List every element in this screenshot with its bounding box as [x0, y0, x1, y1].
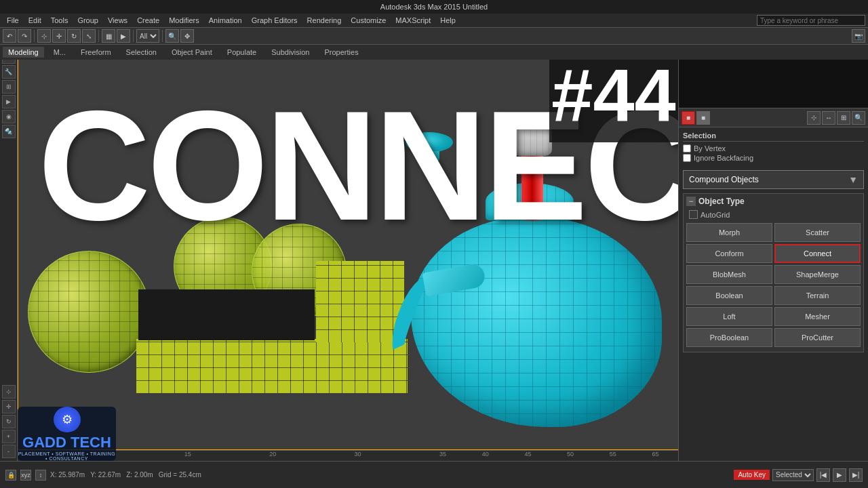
render-icon[interactable]: ▶: [117, 29, 130, 43]
tab-object-paint[interactable]: Object Paint: [166, 47, 218, 58]
btn-mesher[interactable]: Mesher: [774, 307, 861, 326]
ls-display[interactable]: ◉: [2, 110, 16, 123]
pan-icon[interactable]: ✥: [180, 29, 194, 43]
ignore-label: Ignore Backfacing: [694, 154, 753, 162]
select-icon[interactable]: ⊹: [37, 29, 51, 43]
main-toolbar: ↶ ↷ ⊹ ✛ ↻ ⤡ ▦ ▶ All 🔍 ✥ 📷: [0, 27, 868, 45]
menu-file[interactable]: File: [3, 16, 23, 25]
grid-size: Grid = 25.4cm: [159, 471, 201, 479]
dropdown-arrow-icon: ▼: [848, 174, 858, 185]
selected-dropdown[interactable]: Selected: [772, 469, 814, 481]
tab-freeform[interactable]: Freeform: [75, 47, 117, 58]
tab-m[interactable]: M...: [48, 47, 71, 58]
menu-customize[interactable]: Customize: [347, 16, 390, 25]
viewport-select[interactable]: All: [136, 29, 159, 43]
render-frame-icon[interactable]: 📷: [852, 29, 865, 43]
title-bar: Autodesk 3ds Max 2015 Untitled: [0, 0, 868, 14]
tab-subdivision[interactable]: Subdivision: [266, 47, 315, 58]
tab-selection[interactable]: Selection: [121, 47, 162, 58]
menu-tools[interactable]: Tools: [47, 16, 73, 25]
menu-graph-editors[interactable]: Graph Editors: [248, 16, 302, 25]
menu-animation[interactable]: Animation: [205, 16, 246, 25]
btn-conform[interactable]: Conform: [686, 244, 772, 263]
rp-icon5[interactable]: ⊞: [837, 111, 850, 125]
autogrid-row: AutoGrid: [686, 210, 861, 219]
button-grid: Morph Scatter Conform Connect BlobMesh S…: [686, 223, 861, 347]
left-sidebar: + 🔧 ⊞ ▶ ◉ 🔩 ⊹ ✛ ↻ + -: [0, 47, 18, 461]
right-panel: Preview ■ ■ ⊹ ↔ ⊞ 🔍 Selection By Vertex …: [678, 0, 868, 488]
coord-z: Z: 2.00m: [126, 471, 153, 479]
ot-collapse-btn[interactable]: −: [686, 197, 696, 206]
rp-toolbar: ■ ■ ⊹ ↔ ⊞ 🔍: [679, 108, 868, 127]
selection-header: Selection: [683, 130, 864, 142]
btn-terrain[interactable]: Terrain: [774, 286, 861, 305]
menu-views[interactable]: Views: [104, 16, 132, 25]
btn-connect[interactable]: Connect: [774, 244, 861, 263]
sphere-large-left: [28, 251, 150, 373]
btn-boolean[interactable]: Boolean: [686, 286, 772, 305]
next-frame-icon[interactable]: ▶|: [849, 468, 863, 482]
ls-zoom-out[interactable]: -: [2, 445, 16, 458]
menu-rendering[interactable]: Rendering: [303, 16, 346, 25]
ot-title: Object Type: [698, 197, 745, 206]
menu-modifiers[interactable]: Modifiers: [165, 16, 203, 25]
btn-blobmesh[interactable]: BlobMesh: [686, 265, 772, 284]
rp-icon6[interactable]: 🔍: [852, 111, 865, 125]
coord-x: X: 25.987m: [50, 471, 85, 479]
ls-move[interactable]: ✛: [2, 400, 16, 413]
menu-create[interactable]: Create: [133, 16, 163, 25]
by-vertex-checkbox[interactable]: [683, 144, 691, 152]
l-block-main: [136, 339, 408, 393]
zoom-icon[interactable]: 🔍: [165, 29, 179, 43]
compound-dropdown-wrapper: Compound Objects ▼: [683, 170, 864, 189]
tab-properties[interactable]: Properties: [319, 47, 364, 58]
scale-icon[interactable]: ⤡: [82, 29, 96, 43]
btn-shapemerge[interactable]: ShapeMerge: [774, 265, 861, 284]
ls-hierarchy[interactable]: ⊞: [2, 80, 16, 94]
ignore-checkbox[interactable]: [683, 154, 691, 162]
ls-modify[interactable]: 🔧: [2, 65, 16, 79]
ls-utilities[interactable]: 🔩: [2, 125, 16, 138]
menu-bar: File Edit Tools Group Views Create Modif…: [0, 14, 868, 27]
autogrid-checkbox[interactable]: [689, 210, 698, 219]
menu-maxscript[interactable]: MAXScript: [391, 16, 435, 25]
rotate-icon[interactable]: ↻: [67, 29, 81, 43]
move-icon[interactable]: ✛: [52, 29, 66, 43]
compound-dropdown[interactable]: Compound Objects ▼: [683, 170, 864, 189]
objects-area: CONNECT #44: [18, 47, 678, 461]
rp-icon4[interactable]: ↔: [822, 111, 835, 125]
ot-header: − Object Type: [686, 197, 861, 206]
btn-morph[interactable]: Morph: [686, 223, 772, 242]
logo-area: ⚙ GADD TECH PLACEMENT • SOFTWARE • TRAIN…: [18, 407, 116, 461]
tab-modeling[interactable]: Modeling: [3, 47, 44, 58]
rp-icon1[interactable]: ■: [682, 111, 695, 125]
redo-icon[interactable]: ↷: [18, 29, 31, 43]
move-status-icon[interactable]: ↕: [35, 470, 46, 481]
undo-icon[interactable]: ↶: [3, 29, 16, 43]
rp-icon2[interactable]: ■: [696, 111, 710, 125]
tab-populate[interactable]: Populate: [222, 47, 262, 58]
menu-group[interactable]: Group: [73, 16, 102, 25]
layer-icon[interactable]: ▦: [102, 29, 115, 43]
btn-procutter[interactable]: ProCutter: [774, 328, 861, 347]
ls-motion[interactable]: ▶: [2, 95, 16, 108]
xyz-icon: xyz: [20, 470, 31, 481]
play-icon[interactable]: ▶: [833, 468, 846, 482]
l-block-cutout: [138, 289, 315, 340]
search-input[interactable]: [757, 15, 865, 26]
menu-edit[interactable]: Edit: [24, 16, 45, 25]
logo-tagline: PLACEMENT • SOFTWARE • TRAINING • CONSUL…: [18, 451, 116, 461]
ls-zoom[interactable]: +: [2, 430, 16, 443]
episode-badge: #44: [549, 47, 678, 142]
rp-icon3[interactable]: ⊹: [807, 111, 821, 125]
btn-proboolean[interactable]: ProBoolean: [686, 328, 772, 347]
btn-scatter[interactable]: Scatter: [774, 223, 861, 242]
dropdown-value: Compound Objects: [689, 175, 759, 184]
prev-frame-icon[interactable]: |◀: [816, 468, 830, 482]
btn-loft[interactable]: Loft: [686, 307, 772, 326]
lock-icon[interactable]: 🔒: [5, 470, 16, 481]
ls-rotate[interactable]: ↻: [2, 415, 16, 428]
menu-help[interactable]: Help: [436, 16, 460, 25]
auto-key-btn[interactable]: Auto Key: [734, 470, 770, 480]
ls-select[interactable]: ⊹: [2, 385, 16, 399]
